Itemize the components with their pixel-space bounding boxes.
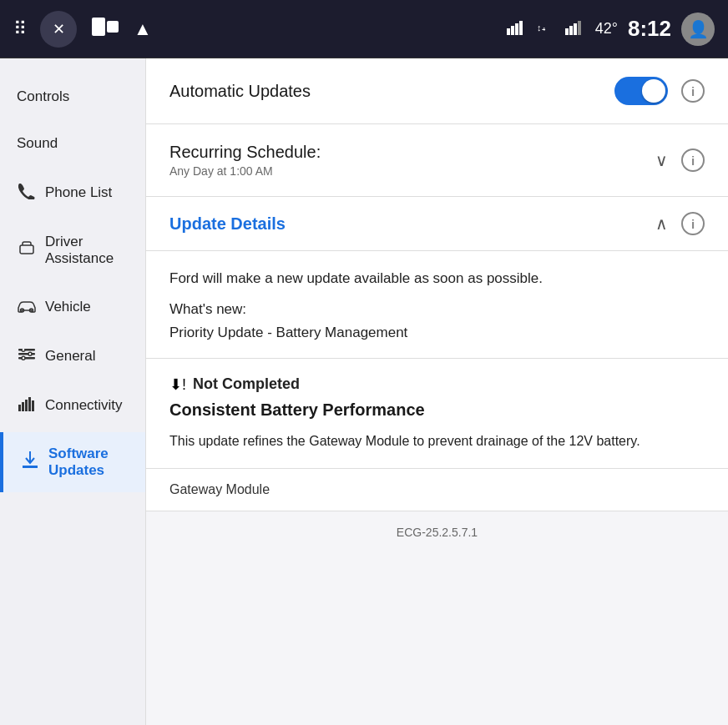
recurring-schedule-info-icon[interactable]: i (681, 149, 705, 172)
version-text: ECG-25.2.5.7.1 (397, 526, 478, 539)
svg-rect-20 (18, 405, 21, 411)
signal2-icon (565, 20, 585, 38)
status-bar: ⠿ ✕ ▲ ↕₄ (0, 0, 728, 58)
close-button[interactable]: ✕ (40, 11, 77, 48)
update-details-info-icon[interactable]: i (681, 212, 705, 235)
recurring-schedule-content: Recurring Schedule: Any Day at 1:00 AM (169, 143, 321, 178)
temperature-display: 42° (595, 20, 618, 38)
toggle-knob (642, 79, 665, 103)
svg-rect-10 (578, 21, 581, 35)
sidebar-item-software-updates[interactable]: Software Updates (0, 432, 145, 493)
connectivity-icon (17, 396, 37, 415)
svg-rect-0 (92, 18, 105, 36)
svg-rect-4 (515, 23, 518, 35)
gateway-module-label: Gateway Module (169, 482, 270, 496)
svg-rect-22 (25, 400, 28, 411)
automatic-updates-controls: i (614, 77, 705, 105)
sidebar-item-connectivity[interactable]: Connectivity (0, 383, 145, 429)
update-details-body: Ford will make a new update available as… (146, 251, 728, 359)
svg-rect-1 (107, 21, 119, 33)
sidebar-item-driver-assistance[interactable]: Driver Assistance (0, 220, 145, 281)
update-details-controls: ∧ i (655, 212, 705, 235)
not-completed-icon: ⬇! (169, 375, 186, 394)
battery-title: Consistent Battery Performance (169, 400, 705, 420)
sidebar-item-phone-list[interactable]: Phone List (0, 169, 145, 217)
svg-rect-9 (574, 23, 577, 35)
not-completed-section: ⬇! Not Completed Consistent Battery Perf… (146, 359, 728, 469)
vehicle-icon (17, 298, 37, 317)
svg-rect-16 (18, 357, 35, 360)
sidebar-item-controls[interactable]: Controls (0, 75, 145, 118)
media-icon[interactable] (92, 18, 119, 41)
svg-rect-21 (22, 402, 24, 411)
svg-rect-7 (565, 28, 569, 35)
recurring-schedule-subtitle: Any Day at 1:00 AM (169, 164, 321, 178)
svg-rect-23 (28, 397, 31, 411)
svg-rect-15 (18, 353, 35, 355)
whats-new-label: What's new: (169, 301, 705, 318)
battery-description: This update refines the Gateway Module t… (169, 431, 705, 451)
driver-icon (17, 240, 37, 261)
download-icon (20, 451, 40, 472)
main-layout: Controls Sound Phone List Driver Assista… (0, 58, 728, 725)
gateway-module-section: Gateway Module (146, 469, 728, 511)
svg-text:↕₄: ↕₄ (537, 23, 546, 33)
not-completed-label: Not Completed (193, 375, 300, 393)
version-section: ECG-25.2.5.7.1 (146, 511, 728, 553)
svg-point-19 (22, 356, 25, 360)
svg-point-17 (22, 349, 25, 351)
priority-update-text: Priority Update - Battery Management (169, 325, 705, 341)
svg-rect-14 (18, 349, 35, 351)
svg-rect-5 (519, 21, 523, 35)
recurring-schedule-row[interactable]: Recurring Schedule: Any Day at 1:00 AM ∨… (146, 124, 728, 197)
status-bar-right: ↕₄ 42° 8:12 👤 (507, 13, 715, 46)
phone-icon (17, 183, 37, 204)
svg-rect-11 (20, 245, 33, 254)
apps-icon[interactable]: ⠿ (13, 18, 25, 40)
svg-rect-3 (511, 26, 514, 35)
sidebar-item-vehicle[interactable]: Vehicle (0, 284, 145, 330)
automatic-updates-toggle[interactable] (614, 77, 668, 105)
user-avatar[interactable]: 👤 (681, 13, 715, 46)
recurring-schedule-label: Recurring Schedule: (169, 143, 321, 162)
svg-rect-24 (32, 400, 34, 411)
status-bar-left: ⠿ ✕ ▲ (13, 11, 152, 48)
sidebar-item-general[interactable]: General (0, 334, 145, 380)
chevron-up-icon: ∧ (655, 214, 668, 234)
automatic-updates-row: Automatic Updates i (146, 58, 728, 124)
update-details-title: Update Details (169, 214, 286, 234)
sidebar-item-sound[interactable]: Sound (0, 122, 145, 165)
automatic-updates-label: Automatic Updates (169, 82, 311, 101)
chevron-down-icon: ∨ (655, 150, 668, 170)
general-icon (17, 347, 37, 366)
update-details-header[interactable]: Update Details ∧ i (146, 197, 728, 251)
svg-rect-2 (507, 28, 510, 35)
content-area: Automatic Updates i Recurring Schedule: … (146, 58, 728, 725)
data-signal-icon: ↕₄ (537, 20, 555, 38)
automatic-updates-info-icon[interactable]: i (681, 79, 705, 103)
clock-display: 8:12 (628, 16, 671, 42)
svg-rect-8 (569, 26, 573, 35)
navigation-icon[interactable]: ▲ (134, 18, 152, 40)
svg-rect-25 (23, 466, 38, 468)
sidebar: Controls Sound Phone List Driver Assista… (0, 58, 146, 725)
signal-bars-icon (507, 20, 527, 38)
svg-point-18 (28, 352, 32, 355)
recurring-schedule-controls: ∨ i (655, 149, 705, 172)
not-completed-header: ⬇! Not Completed (169, 375, 705, 394)
update-description: Ford will make a new update available as… (169, 268, 705, 289)
